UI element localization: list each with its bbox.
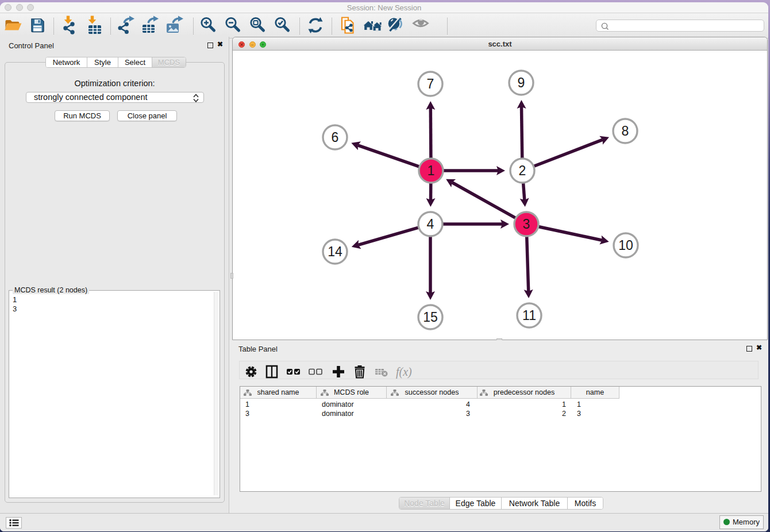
svg-text:3: 3 [523,217,530,232]
svg-text:1: 1 [428,163,435,178]
svg-text:6: 6 [332,130,339,145]
svg-text:14: 14 [328,244,342,259]
svg-text:10: 10 [618,238,633,253]
svg-text:7: 7 [427,76,434,91]
svg-text:4: 4 [427,217,434,232]
svg-text:8: 8 [622,124,629,138]
svg-text:9: 9 [518,75,525,90]
svg-text:2: 2 [519,163,526,178]
svg-text:11: 11 [522,308,536,323]
svg-text:f(x): f(x) [396,365,412,379]
svg-text:15: 15 [423,310,438,325]
